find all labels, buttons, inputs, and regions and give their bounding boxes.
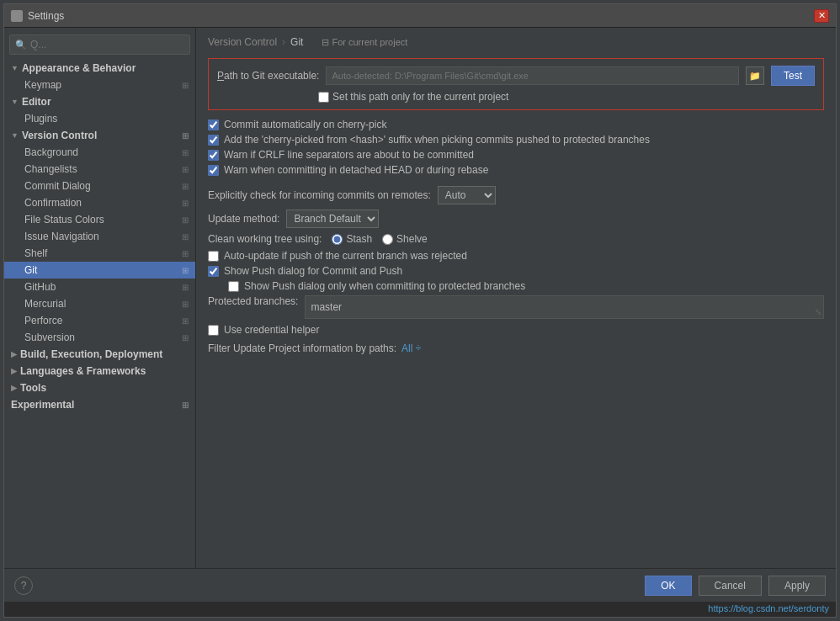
- credential-row: Use credential helper: [208, 324, 824, 336]
- sidebar-item-vcs[interactable]: ▼Version Control⊞: [4, 127, 195, 144]
- checkbox-crlf[interactable]: [208, 150, 219, 161]
- sidebar-item-issue-navigation[interactable]: Issue Navigation⊞: [4, 228, 195, 245]
- checkbox-cherry-pick[interactable]: [208, 119, 219, 130]
- sidebar-item-icon-issue-navigation: ⊞: [182, 232, 189, 242]
- more-checkbox-show-push[interactable]: [208, 266, 219, 277]
- sidebar-label-text-mercurial: Mercurial: [24, 298, 66, 310]
- credential-checkbox[interactable]: [208, 325, 219, 336]
- sidebar-item-icon-keymap: ⊞: [182, 81, 189, 90]
- sidebar-item-confirmation[interactable]: Confirmation⊞: [4, 194, 195, 211]
- main-content: Version Control › Git ⊟ For current proj…: [196, 28, 836, 568]
- help-button[interactable]: ?: [14, 576, 33, 595]
- test-button[interactable]: Test: [771, 66, 815, 86]
- path-current-project-checkbox[interactable]: [318, 92, 329, 103]
- clean-working-tree-label: Clean working tree using:: [208, 233, 322, 245]
- sidebar-item-icon-git: ⊞: [182, 266, 189, 275]
- update-method-select[interactable]: Branch Default Merge Rebase: [286, 210, 379, 228]
- sidebar-item-file-status-colors[interactable]: File Status Colors⊞: [4, 211, 195, 228]
- update-method-row: Update method: Branch Default Merge Reba…: [208, 210, 824, 228]
- sidebar-item-mercurial[interactable]: Mercurial⊞: [4, 295, 195, 312]
- more-checkbox-label-show-push-protected: Show Push dialog only when committing to…: [244, 280, 525, 292]
- expand-icon: ⤡: [815, 307, 821, 316]
- sidebar-item-label-subversion: Subversion: [24, 332, 75, 343]
- sidebar-label-text-plugins: Plugins: [24, 113, 57, 125]
- sidebar-item-perforce[interactable]: Perforce⊞: [4, 312, 195, 329]
- sidebar-item-icon-file-status-colors: ⊞: [182, 215, 189, 225]
- sidebar-label-text-git: Git: [24, 264, 37, 276]
- sidebar-item-build[interactable]: ▶Build, Execution, Deployment: [4, 346, 195, 363]
- search-box[interactable]: 🔍: [9, 34, 190, 55]
- sidebar-item-background[interactable]: Background⊞: [4, 144, 195, 161]
- protected-branches-input[interactable]: [305, 295, 824, 319]
- expand-arrow-appearance: ▼: [11, 64, 19, 72]
- checkbox-hash-suffix[interactable]: [208, 135, 219, 146]
- sidebar-item-label-experimental: Experimental: [11, 399, 74, 411]
- sidebar-item-icon-shelf: ⊞: [182, 249, 189, 258]
- checkbox-label-cherry-pick: Commit automatically on cherry-pick: [224, 119, 386, 130]
- protected-branches-row: Protected branches: ⤡: [208, 295, 824, 319]
- sidebar-label-text-experimental: Experimental: [11, 399, 74, 411]
- path-label: Path to Git executable:: [217, 70, 319, 82]
- sidebar-item-shelf[interactable]: Shelf⊞: [4, 245, 195, 262]
- sidebar-item-label-plugins: Plugins: [24, 113, 57, 125]
- sidebar-item-icon-changelists: ⊞: [182, 165, 189, 174]
- sidebar-item-label-shelf: Shelf: [24, 247, 47, 259]
- search-icon: 🔍: [15, 40, 27, 50]
- url-bar: https://blog.csdn.net/serdonty: [4, 602, 836, 617]
- sidebar-item-appearance[interactable]: ▼Appearance & Behavior: [4, 60, 195, 77]
- ok-button[interactable]: OK: [645, 576, 691, 596]
- shelve-label: Shelve: [396, 233, 428, 245]
- close-button[interactable]: ✕: [814, 9, 829, 23]
- expand-arrow-languages: ▶: [11, 367, 17, 375]
- more-checkbox-line-show-push-protected: Show Push dialog only when committing to…: [228, 280, 824, 292]
- incoming-commits-select[interactable]: Auto Always Never: [438, 186, 496, 204]
- breadcrumb-parent: Version Control: [208, 36, 277, 48]
- git-path-section: Path to Git executable: 📁 Test Set this …: [208, 58, 824, 110]
- more-checkbox-line-auto-update: Auto-update if push of the current branc…: [208, 250, 824, 262]
- sidebar-item-label-confirmation: Confirmation: [24, 197, 82, 209]
- sidebar-item-languages[interactable]: ▶Languages & Frameworks: [4, 363, 195, 380]
- sidebar-label-text-github: GitHub: [24, 281, 56, 293]
- sidebar-item-changelists[interactable]: Changelists⊞: [4, 161, 195, 178]
- shelve-radio[interactable]: [382, 234, 393, 245]
- checkbox-line-cherry-pick: Commit automatically on cherry-pick: [208, 119, 824, 130]
- sidebar-label-text-changelists: Changelists: [24, 163, 77, 175]
- checkbox-line-hash-suffix: Add the 'cherry-picked from <hash>' suff…: [208, 134, 824, 146]
- more-checkbox-auto-update[interactable]: [208, 251, 219, 262]
- sidebar-item-keymap[interactable]: Keymap⊞: [4, 77, 195, 93]
- sidebar-item-subversion[interactable]: Subversion⊞: [4, 329, 195, 346]
- sidebar-label-text-appearance: Appearance & Behavior: [22, 62, 136, 74]
- sidebar-item-github[interactable]: GitHub⊞: [4, 279, 195, 295]
- apply-button[interactable]: Apply: [768, 576, 826, 596]
- checkbox-line-detached: Warn when committing in detached HEAD or…: [208, 164, 824, 176]
- stash-label: Stash: [346, 233, 372, 245]
- footer-left: ?: [14, 576, 33, 595]
- dialog-footer: ? OK Cancel Apply: [4, 568, 836, 602]
- update-method-label: Update method:: [208, 213, 279, 225]
- sidebar-label-text-subversion: Subversion: [24, 332, 75, 343]
- sidebar-item-icon-background: ⊞: [182, 148, 189, 157]
- stash-radio[interactable]: [332, 234, 343, 245]
- folder-button[interactable]: 📁: [746, 66, 764, 85]
- search-input[interactable]: [30, 39, 184, 50]
- sidebar-item-label-tools: ▶Tools: [11, 382, 46, 394]
- path-current-project-label: Set this path only for the current proje…: [332, 91, 508, 103]
- settings-icon: [11, 10, 23, 22]
- sidebar-item-git[interactable]: Git⊞: [4, 262, 195, 279]
- sidebar-item-experimental[interactable]: Experimental⊞: [4, 396, 195, 413]
- sidebar-item-editor[interactable]: ▼Editor: [4, 93, 195, 110]
- sidebar-item-commit-dialog[interactable]: Commit Dialog⊞: [4, 178, 195, 194]
- sidebar-label-text-background: Background: [24, 146, 78, 158]
- git-path-input[interactable]: [326, 66, 739, 85]
- checkbox-detached[interactable]: [208, 165, 219, 176]
- sidebar-item-tools[interactable]: ▶Tools: [4, 380, 195, 396]
- sidebar-item-plugins[interactable]: Plugins: [4, 110, 195, 127]
- breadcrumb-project: ⊟ For current project: [322, 37, 407, 48]
- breadcrumb: Version Control › Git ⊟ For current proj…: [208, 36, 824, 48]
- more-checkbox-show-push-protected[interactable]: [228, 281, 239, 292]
- cancel-button[interactable]: Cancel: [699, 576, 762, 596]
- checkbox-label-hash-suffix: Add the 'cherry-picked from <hash>' suff…: [224, 134, 650, 146]
- protected-input-wrap: ⤡: [305, 295, 824, 319]
- sidebar-item-label-mercurial: Mercurial: [24, 298, 66, 310]
- filter-update-row: Filter Update Project information by pat…: [208, 342, 824, 354]
